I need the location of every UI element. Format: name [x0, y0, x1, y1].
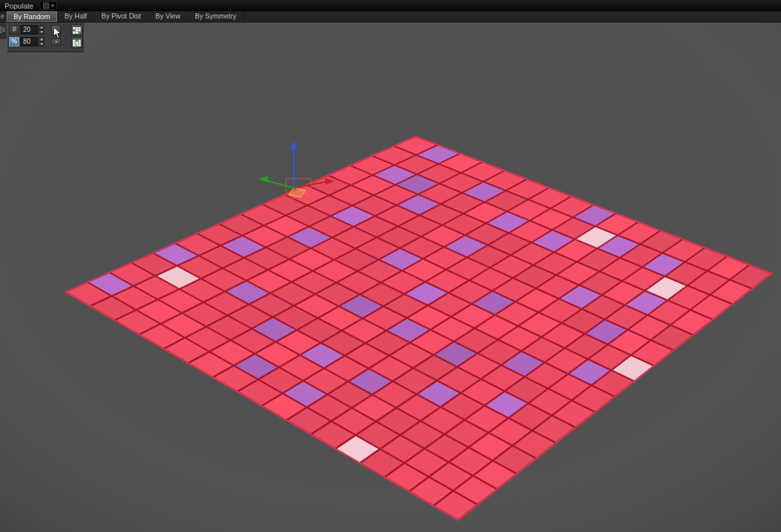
spinner-up-icon[interactable] — [38, 37, 44, 42]
viewport-3d[interactable] — [0, 0, 781, 532]
spinner-down-icon[interactable] — [38, 42, 44, 47]
pick-options-dropdown[interactable] — [51, 38, 61, 46]
caret-down-icon — [55, 41, 58, 43]
tab-by-symmetry[interactable]: By Symmetry — [188, 11, 244, 22]
tab-by-view[interactable]: By View — [148, 11, 188, 22]
app-window: Populate ▾ e By Random By Half By Pivot … — [0, 0, 781, 532]
percent-spinner-arrows — [38, 37, 44, 46]
tab-by-pivot-dist[interactable]: By Pivot Dist — [94, 11, 148, 22]
populate-menu-button[interactable]: ▾ — [40, 1, 57, 10]
selection-tab-row: e By Random By Half By Pivot Dist By Vie… — [0, 11, 781, 22]
random-select-table-icon — [72, 26, 81, 35]
tab-by-half[interactable]: By Half — [57, 11, 94, 22]
pick-mode-button[interactable] — [51, 25, 61, 36]
select-by-percent-button[interactable]: % — [9, 37, 19, 46]
window-title: Populate — [5, 2, 33, 10]
clear-random-selection-button[interactable] — [71, 37, 83, 48]
tab-by-random[interactable]: By Random — [7, 11, 58, 22]
edge-text-fragment: e — [0, 11, 7, 22]
spinner-down-icon[interactable] — [38, 30, 44, 35]
caddy-icon — [43, 3, 49, 9]
select-by-count-button[interactable]: # — [9, 25, 19, 34]
spinner-up-icon[interactable] — [38, 25, 44, 30]
edge-text-fragment: [s — [0, 26, 5, 33]
pick-cursor-icon — [53, 26, 59, 34]
by-random-tool-panel: # 20 % 80 — [7, 22, 83, 52]
apply-random-selection-button[interactable] — [71, 24, 83, 36]
clipped-panel-fragment: [s — [0, 22, 7, 39]
count-spinner-field[interactable]: 20 — [21, 25, 38, 34]
count-spinner-arrows — [38, 25, 44, 34]
caret-down-icon: ▾ — [51, 3, 54, 9]
percent-spinner-field[interactable]: 80 — [21, 37, 38, 46]
title-bar: Populate ▾ — [0, 0, 781, 11]
random-deselect-table-icon — [72, 38, 81, 48]
